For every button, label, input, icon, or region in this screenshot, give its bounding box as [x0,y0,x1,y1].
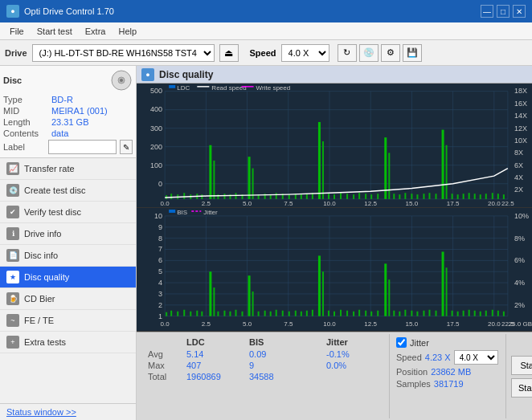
length-label: Length [3,117,51,127]
maximize-button[interactable]: □ [497,5,509,18]
menu-help[interactable]: Help [112,25,143,38]
svg-rect-186 [480,311,481,316]
sidebar-item-disc-quality[interactable]: ★ Disc quality [0,267,136,288]
svg-rect-56 [370,194,372,199]
start-part-button[interactable]: Start part [511,378,532,398]
svg-rect-30 [217,194,219,199]
svg-text:4%: 4% [514,279,525,287]
position-val: 23862 MB [431,367,471,377]
svg-rect-48 [322,141,324,199]
close-button[interactable]: ✕ [513,5,526,18]
sidebar-item-drive-info[interactable]: ℹ Drive info [0,223,136,245]
svg-rect-145 [242,311,243,316]
max-jitter: 0.0% [326,361,383,370]
svg-text:10.0: 10.0 [323,320,336,327]
svg-text:200: 200 [150,143,162,151]
sidebar-item-fe-te[interactable]: ~ FE / TE [0,310,136,332]
nav-label-disc-info: Disc info [24,251,58,260]
status-window-button[interactable]: Status window >> [0,403,136,420]
sidebar-item-create-test-disc[interactable]: 💿 Create test disc [0,180,136,202]
svg-text:0.0: 0.0 [161,200,170,207]
jitter-checkbox[interactable] [396,337,407,348]
speed-stat-select[interactable]: 4.0 X [454,350,498,365]
svg-rect-181 [452,310,453,316]
stats-table: LDC BIS Jitter Avg 5.14 0.09 -0.1% Max 4… [141,334,389,418]
svg-rect-217 [169,209,175,212]
svg-text:4X: 4X [514,173,523,181]
avg-jitter: -0.1% [326,349,383,359]
svg-rect-57 [377,194,379,199]
total-bis: 34588 [249,372,289,381]
nav-label-fe-te: FE / TE [24,316,54,325]
svg-text:15.0: 15.0 [406,320,419,327]
sidebar-item-extra-tests[interactable]: + Extra tests [0,332,136,353]
avg-ldc: 5.14 [186,349,243,359]
svg-rect-29 [213,161,215,199]
disc-quality-icon: ★ [6,271,19,283]
svg-rect-65 [423,194,424,199]
minimize-button[interactable]: — [481,5,493,18]
avg-bis: 0.09 [249,349,289,359]
menu-start-test[interactable]: Start test [31,25,79,38]
svg-rect-79 [503,194,505,199]
samples-label: Samples [396,379,431,389]
svg-text:7.5: 7.5 [284,320,293,327]
menu-file[interactable]: File [3,25,31,38]
label-edit-button[interactable]: ✎ [120,140,133,154]
svg-rect-105 [169,85,175,88]
svg-rect-164 [353,311,354,316]
cd-bier-icon: 🍺 [6,292,19,305]
svg-rect-69 [446,145,448,199]
sidebar-item-disc-info[interactable]: 📄 Disc info [0,245,136,267]
svg-rect-175 [416,311,418,316]
sidebar-item-cd-bier[interactable]: 🍺 CD Bier [0,288,136,310]
svg-rect-42 [289,194,290,199]
type-value: BD-R [51,95,73,104]
svg-rect-45 [306,194,308,199]
sidebar-item-transfer-rate[interactable]: 📈 Transfer rate [0,158,136,180]
drive-select[interactable]: (J:) HL-DT-ST BD-RE WH16NS58 TST4 [32,44,215,62]
svg-text:400: 400 [150,106,162,114]
svg-rect-161 [334,311,335,316]
svg-rect-24 [183,193,185,199]
svg-text:500: 500 [150,88,162,96]
svg-text:3: 3 [158,289,162,297]
disc-icon-btn[interactable]: 💿 [359,44,379,62]
eject-button[interactable]: ⏏ [219,44,239,62]
jitter-checkbox-label: Jitter [410,338,429,348]
start-full-button[interactable]: Start full [511,356,532,375]
save-icon-btn[interactable]: 💾 [403,44,422,62]
svg-text:0.0: 0.0 [161,320,170,327]
svg-rect-54 [358,193,360,199]
refresh-icon-btn[interactable]: ↻ [338,44,357,62]
disc-icon [110,69,133,92]
menubar: File Start test Extra Help [0,22,532,40]
settings-icon-btn[interactable]: ⚙ [381,44,400,62]
svg-rect-173 [404,309,406,316]
svg-rect-155 [301,311,302,316]
svg-rect-152 [282,310,284,316]
svg-rect-72 [463,194,464,199]
nav-label-disc-quality: Disc quality [24,272,69,282]
menu-extra[interactable]: Extra [79,25,113,38]
jitter-col-header: Jitter [326,337,383,347]
svg-text:0: 0 [158,180,162,188]
svg-rect-68 [442,130,444,199]
svg-rect-150 [270,311,272,316]
svg-rect-148 [258,311,260,316]
speed-stat-label: Speed [396,353,422,362]
svg-text:2: 2 [158,300,162,308]
svg-text:12.5: 12.5 [364,320,377,327]
svg-rect-55 [365,194,366,199]
sidebar-item-verify-test-disc[interactable]: ✔ Verify test disc [0,202,136,223]
svg-text:100: 100 [150,161,162,169]
svg-rect-35 [248,157,251,199]
label-input[interactable] [48,140,117,154]
svg-rect-184 [469,309,470,316]
svg-rect-70 [452,194,453,199]
svg-text:5.0: 5.0 [243,200,252,207]
svg-rect-159 [322,271,324,316]
speed-select[interactable]: 4.0 X [281,44,329,62]
ldc-chart-svg: 500 400 300 200 100 0 18X 16X 14X 12X 10… [137,84,532,207]
label-label: Label [3,142,45,152]
